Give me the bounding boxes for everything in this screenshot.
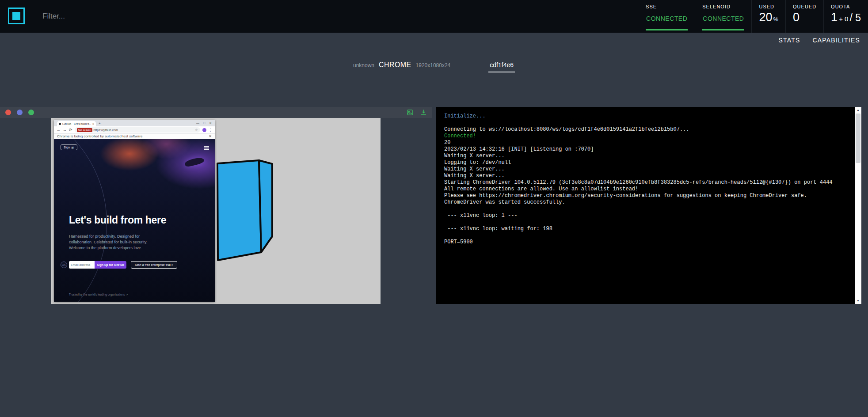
scroll-down-icon[interactable]: ▼ [855, 298, 861, 304]
log-scrollbar[interactable]: ▲ ▼ [855, 107, 861, 304]
log-line: --- x11vnc loop: waiting for: 198 [444, 226, 844, 232]
log-line: Waiting X server... [444, 166, 844, 173]
back-icon[interactable]: ← [57, 128, 61, 132]
automation-infobar: Chrome is being controlled by automated … [54, 134, 215, 139]
forward-icon[interactable]: → [63, 128, 67, 132]
hamburger-menu-icon[interactable] [204, 146, 209, 151]
browser-menu-icon[interactable]: ⋮ [209, 128, 212, 132]
url-text: https://github.com [94, 129, 118, 132]
percent-unit: % [773, 16, 778, 23]
app-logo-mark [12, 12, 20, 20]
traffic-light-red-icon [5, 110, 11, 115]
traffic-light-green-icon [28, 110, 34, 115]
sse-status: CONNECTED [646, 15, 687, 22]
log-line [444, 206, 844, 212]
stat-queued-label: QUEUED [793, 4, 816, 9]
minimize-icon[interactable]: — [196, 121, 199, 125]
stat-queued: QUEUED 0 [785, 0, 823, 33]
reload-icon[interactable]: ⟳ [69, 128, 72, 132]
vnc-panel: GitHub · Let's build fr... × + — □ ✕ ← →… [0, 107, 432, 304]
bookmark-star-icon[interactable]: ☆ [195, 128, 198, 132]
tab-stats[interactable]: STATS [778, 37, 800, 44]
log-line: Waiting X server... [444, 173, 844, 179]
filter-input[interactable] [42, 12, 228, 21]
session-browser-name: CHROME [379, 61, 411, 69]
stat-selenoid-label: SELENOID [702, 4, 744, 9]
session-screen-resolution: 1920x1080x24 [416, 62, 451, 68]
tab-close-icon[interactable]: × [92, 122, 94, 125]
session-id-link[interactable]: cdf1f4e6 [488, 61, 515, 72]
new-tab-icon[interactable]: + [99, 121, 101, 125]
traffic-light-blue-icon [17, 110, 23, 115]
log-line: ChromeDriver was started successfully. [444, 199, 844, 206]
spaceship-decoration [184, 156, 205, 167]
scrollbar-thumb[interactable] [856, 114, 860, 163]
address-bar[interactable]: Not secure https://github.com ☆ [75, 127, 200, 133]
stat-quota-label: QUOTA [831, 4, 861, 9]
remote-tab-strip: GitHub · Let's build fr... × + — □ ✕ [54, 120, 215, 126]
remote-tab-title: GitHub · Let's build fr... [62, 122, 91, 125]
github-page: Sign up Let's build from here Harnessed … [54, 139, 215, 302]
stat-sse-label: SSE [646, 4, 688, 9]
download-icon[interactable] [420, 109, 427, 116]
github-hero-paragraph: Harnessed for productivity. Designed for… [69, 234, 148, 251]
app-logo[interactable] [8, 8, 25, 24]
header-stats: SSE CONNECTED SELENOID CONNECTED USED 20… [639, 0, 868, 33]
stat-selenoid: SELENOID CONNECTED [695, 0, 751, 33]
session-log-panel: Initialize... Connecting to ws://localho… [436, 107, 861, 304]
selenoid-status-underline: CONNECTED [702, 15, 744, 30]
blue-cube-drawing [216, 159, 274, 265]
github-favicon-icon [59, 123, 61, 125]
github-email-field[interactable]: Email address [69, 261, 95, 269]
session-row[interactable]: unknown CHROME 1920x1080x24 cdf1f4e6 [0, 61, 868, 72]
maximize-icon[interactable]: □ [203, 121, 205, 125]
selenoid-status: CONNECTED [703, 15, 744, 22]
code-badge-icon: </> [61, 262, 67, 268]
sse-status-underline: CONNECTED [646, 15, 688, 30]
log-line: Starting ChromeDriver 104.0.5112.79 (3cf… [444, 179, 844, 186]
log-line: Please see https://chromedriver.chromium… [444, 193, 844, 199]
log-line [444, 219, 844, 226]
profile-avatar[interactable] [202, 128, 206, 132]
log-line: --- x11vnc loop: 1 --- [444, 212, 844, 219]
close-icon[interactable]: ✕ [209, 121, 212, 125]
remote-browser-tab[interactable]: GitHub · Let's build fr... × [57, 121, 96, 126]
vnc-remote-screen[interactable]: GitHub · Let's build fr... × + — □ ✕ ← →… [51, 118, 381, 304]
log-line: 2023/02/13 14:32:16 [INIT] [Listening on… [444, 146, 844, 153]
tab-capabilities[interactable]: CAPABILITIES [812, 37, 860, 44]
top-header: SSE CONNECTED SELENOID CONNECTED USED 20… [0, 0, 868, 33]
remote-browser-toolbar: ← → ⟳ Not secure https://github.com ☆ ⋮ [54, 126, 215, 134]
github-enterprise-trial-button[interactable]: Start a free enterprise trial > [131, 261, 177, 269]
log-line: All remote connections are allowed. Use … [444, 186, 844, 193]
vnc-body: GitHub · Let's build fr... × + — □ ✕ ← →… [0, 118, 432, 304]
stat-quota: QUOTA 1+ 0/ 5 [823, 0, 868, 33]
infobar-close-icon[interactable]: ✕ [209, 134, 212, 138]
log-lines: Initialize... Connecting to ws://localho… [444, 113, 844, 246]
github-signup-cta-button[interactable]: Sign up for GitHub [95, 261, 126, 269]
not-secure-chip: Not secure [77, 128, 92, 132]
log-line: Connected! [444, 133, 844, 140]
log-line: Logging to: /dev/null [444, 159, 844, 166]
log-line [444, 232, 844, 239]
github-signup-button[interactable]: Sign up [61, 144, 77, 150]
stat-used: USED 20% [751, 0, 785, 33]
remote-window-controls: — □ ✕ [196, 121, 215, 125]
log-line: Initialize... [444, 113, 844, 120]
vnc-window-titlebar [0, 107, 432, 118]
view-tabs: STATS CAPABILITIES [778, 37, 860, 44]
automation-infobar-text: Chrome is being controlled by automated … [57, 134, 142, 138]
session-browser-version: unknown [353, 62, 374, 68]
github-hero-heading: Let's build from here [69, 214, 166, 226]
stat-quota-value: 1+ 0/ 5 [831, 11, 861, 24]
log-line: Waiting X server... [444, 153, 844, 159]
github-signup-form: </> Email address Sign up for GitHub Sta… [61, 261, 177, 269]
screenshot-icon[interactable] [407, 109, 413, 116]
github-footnote: Trusted by the world's leading organizat… [69, 293, 128, 296]
log-line: PORT=5900 [444, 239, 844, 246]
stat-used-label: USED [759, 4, 778, 9]
scroll-up-icon[interactable]: ▲ [855, 107, 861, 113]
stat-sse: SSE CONNECTED [639, 0, 695, 33]
log-line: 20 [444, 140, 844, 146]
stat-used-value: 20% [759, 11, 778, 24]
log-line [444, 120, 844, 126]
